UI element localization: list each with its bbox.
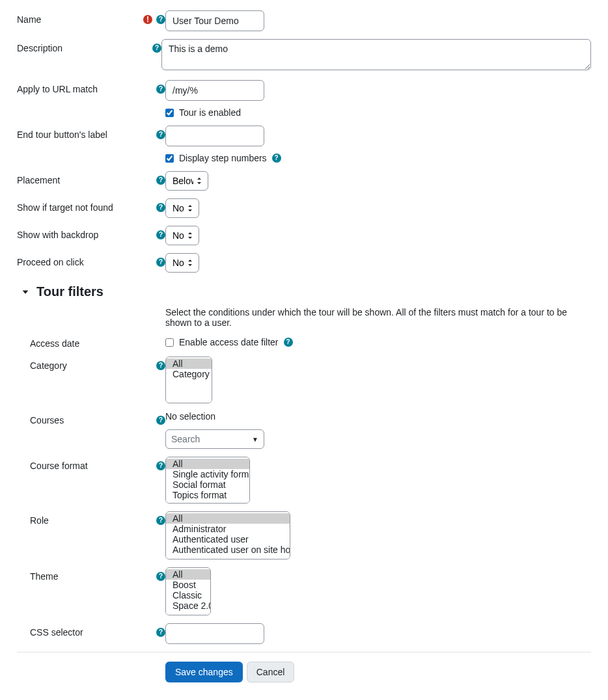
role-multiselect[interactable]: All Administrator Authenticated user Aut… bbox=[165, 511, 290, 559]
access-date-label: Access date bbox=[30, 338, 165, 349]
help-icon[interactable] bbox=[156, 230, 165, 239]
category-multiselect[interactable]: All Category 1 bbox=[165, 357, 212, 403]
description-textarea[interactable] bbox=[161, 39, 591, 70]
role-label: Role bbox=[30, 515, 156, 526]
list-item[interactable]: Boost bbox=[166, 580, 210, 590]
help-icon[interactable] bbox=[156, 130, 165, 139]
tour-filters-header[interactable]: Tour filters bbox=[21, 284, 591, 299]
dropdown-arrow-icon: ▼ bbox=[252, 436, 258, 443]
list-item[interactable]: Category 1 bbox=[166, 369, 212, 379]
cancel-button[interactable]: Cancel bbox=[247, 662, 295, 682]
help-icon[interactable] bbox=[156, 361, 165, 370]
help-icon[interactable] bbox=[156, 416, 165, 425]
access-date-checkbox[interactable] bbox=[165, 338, 174, 347]
tour-filters-description: Select the conditions under which the to… bbox=[165, 307, 591, 328]
proceed-on-click-label: Proceed on click bbox=[17, 257, 156, 267]
placement-label: Placement bbox=[17, 175, 156, 185]
list-item[interactable]: Space 2.0 bbox=[166, 600, 210, 611]
courses-label: Courses bbox=[30, 415, 156, 425]
name-label: Name bbox=[17, 14, 143, 25]
help-icon[interactable] bbox=[272, 154, 281, 163]
url-match-label: Apply to URL match bbox=[17, 84, 156, 94]
courses-no-selection: No selection bbox=[165, 411, 591, 422]
list-item[interactable]: All bbox=[166, 358, 212, 369]
tour-enabled-label: Tour is enabled bbox=[179, 107, 241, 118]
help-icon[interactable] bbox=[152, 44, 161, 53]
list-item[interactable]: Authenticated user on site home bbox=[166, 545, 290, 555]
list-item[interactable]: Social format bbox=[166, 479, 249, 490]
list-item[interactable]: Single activity format bbox=[166, 469, 249, 479]
list-item[interactable]: Authenticated user bbox=[166, 534, 290, 545]
placement-select[interactable]: Below bbox=[165, 171, 208, 191]
show-if-not-found-select[interactable]: No bbox=[165, 198, 199, 218]
help-icon[interactable] bbox=[156, 258, 165, 267]
help-icon[interactable] bbox=[156, 203, 165, 212]
list-item[interactable]: All bbox=[166, 459, 249, 469]
list-item[interactable]: Classic bbox=[166, 590, 210, 600]
tour-filters-title: Tour filters bbox=[36, 284, 104, 299]
category-label: Category bbox=[30, 360, 156, 371]
show-with-backdrop-label: Show with backdrop bbox=[17, 230, 156, 240]
help-icon[interactable] bbox=[156, 85, 165, 94]
css-selector-input[interactable] bbox=[165, 623, 264, 644]
help-icon[interactable] bbox=[284, 338, 293, 347]
chevron-down-icon bbox=[21, 288, 30, 297]
description-label: Description bbox=[17, 43, 152, 53]
end-label-label: End tour button's label bbox=[17, 129, 156, 140]
divider bbox=[17, 652, 591, 653]
course-format-multiselect[interactable]: All Single activity format Social format… bbox=[165, 457, 250, 504]
help-icon[interactable] bbox=[156, 628, 165, 637]
list-item[interactable]: Topics format bbox=[166, 490, 249, 500]
display-step-numbers-label: Display step numbers bbox=[179, 153, 267, 163]
display-step-numbers-checkbox[interactable] bbox=[165, 154, 174, 163]
show-if-not-found-label: Show if target not found bbox=[17, 202, 156, 213]
courses-search-combobox[interactable]: Search ▼ bbox=[165, 429, 264, 449]
css-selector-label: CSS selector bbox=[30, 627, 156, 638]
help-icon[interactable] bbox=[156, 572, 165, 581]
end-label-input[interactable] bbox=[165, 126, 264, 146]
save-button[interactable]: Save changes bbox=[165, 662, 243, 682]
help-icon[interactable] bbox=[156, 15, 165, 24]
theme-multiselect[interactable]: All Boost Classic Space 2.0 bbox=[165, 567, 211, 615]
name-input[interactable] bbox=[165, 10, 264, 31]
help-icon[interactable] bbox=[156, 516, 165, 525]
help-icon[interactable] bbox=[156, 176, 165, 185]
tour-enabled-checkbox[interactable] bbox=[165, 109, 174, 117]
courses-search-placeholder: Search bbox=[171, 434, 200, 444]
access-date-checkbox-label: Enable access date filter bbox=[179, 337, 279, 347]
help-icon[interactable] bbox=[156, 461, 165, 470]
required-icon bbox=[143, 15, 152, 24]
list-item[interactable]: Administrator bbox=[166, 524, 290, 534]
list-item[interactable]: All bbox=[166, 513, 290, 524]
url-match-input[interactable] bbox=[165, 80, 264, 101]
theme-label: Theme bbox=[30, 571, 156, 582]
proceed-on-click-select[interactable]: No bbox=[165, 253, 199, 273]
list-item[interactable]: All bbox=[166, 569, 210, 580]
course-format-label: Course format bbox=[30, 461, 156, 471]
show-with-backdrop-select[interactable]: No bbox=[165, 226, 199, 245]
